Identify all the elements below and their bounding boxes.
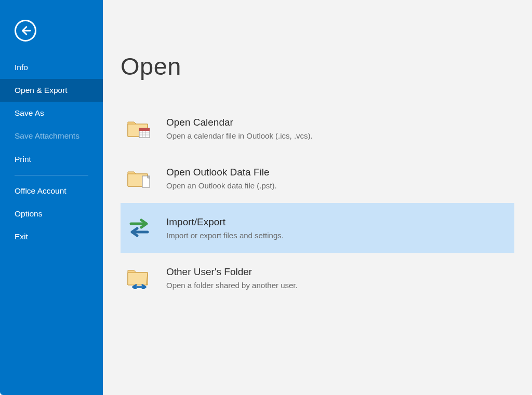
- sidebar-item-print[interactable]: Print: [0, 148, 103, 171]
- sidebar-item-info[interactable]: Info: [0, 56, 103, 79]
- main-content: Open Open Calend: [103, 0, 532, 395]
- page-title: Open: [121, 52, 514, 80]
- option-title: Open Calendar: [166, 117, 313, 128]
- svg-rect-8: [139, 128, 150, 131]
- option-open-data-file[interactable]: Open Outlook Data File Open an Outlook d…: [121, 153, 514, 203]
- sidebar-separator: [15, 175, 88, 175]
- sidebar-item-save-attachments: Save Attachments: [0, 125, 103, 147]
- back-arrow-icon: [20, 25, 31, 36]
- open-options-list: Open Calendar Open a calendar file in Ou…: [121, 103, 514, 303]
- sidebar-item-save-as[interactable]: Save As: [0, 102, 103, 125]
- option-import-export[interactable]: Import/Export Import or export files and…: [121, 203, 514, 253]
- sidebar-item-open-export[interactable]: Open & Export: [0, 79, 103, 102]
- option-text: Open Calendar Open a calendar file in Ou…: [166, 117, 313, 140]
- import-export-icon: [127, 216, 152, 239]
- backstage-sidebar: Info Open & Export Save As Save Attachme…: [0, 0, 103, 395]
- option-other-users-folder[interactable]: Other User's Folder Open a folder shared…: [121, 253, 514, 303]
- calendar-folder-icon: [127, 117, 152, 140]
- option-text: Import/Export Import or export files and…: [166, 216, 284, 240]
- shared-folder-icon: [127, 266, 152, 289]
- sidebar-nav: Info Open & Export Save As Save Attachme…: [0, 56, 103, 248]
- option-desc: Open an Outlook data file (.pst).: [166, 181, 277, 190]
- option-title: Import/Export: [166, 216, 284, 228]
- sidebar-item-options[interactable]: Options: [0, 202, 103, 225]
- folder-file-icon: [127, 167, 152, 189]
- back-button[interactable]: [15, 20, 36, 42]
- option-text: Other User's Folder Open a folder shared…: [166, 266, 298, 290]
- sidebar-item-exit[interactable]: Exit: [0, 225, 103, 248]
- option-desc: Open a folder shared by another user.: [166, 281, 298, 290]
- option-desc: Open a calendar file in Outlook (.ics, .…: [166, 131, 313, 140]
- sidebar-item-office-account[interactable]: Office Account: [0, 180, 103, 202]
- option-title: Open Outlook Data File: [166, 167, 277, 178]
- option-text: Open Outlook Data File Open an Outlook d…: [166, 167, 277, 190]
- option-desc: Import or export files and settings.: [166, 231, 284, 240]
- option-title: Other User's Folder: [166, 266, 298, 278]
- option-open-calendar[interactable]: Open Calendar Open a calendar file in Ou…: [121, 103, 514, 153]
- outlook-backstage-window: Info Open & Export Save As Save Attachme…: [0, 0, 532, 395]
